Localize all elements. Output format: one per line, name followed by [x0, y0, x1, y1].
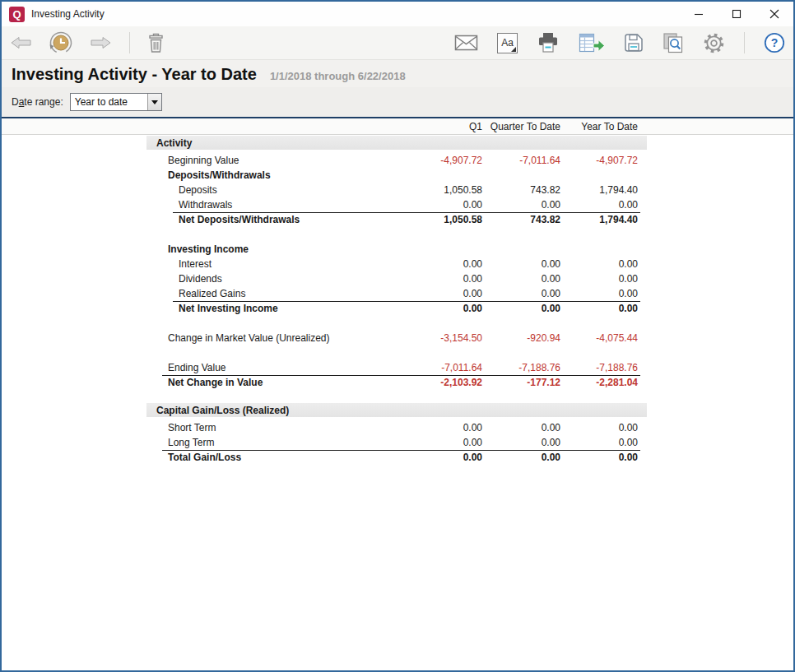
table-row: Change in Market Value (Unrealized)-3,15… [2, 331, 793, 345]
close-icon [769, 9, 779, 19]
cell-value: 0.00 [463, 303, 482, 314]
back-arrow-icon [10, 36, 31, 49]
window-title: Investing Activity [31, 8, 105, 20]
save-floppy-icon [624, 33, 644, 53]
settings-button[interactable] [703, 32, 725, 54]
cell-value: -3,154.50 [440, 332, 482, 344]
cell-value: 0.00 [463, 422, 482, 433]
cell-value: 0.00 [542, 437, 560, 448]
total-rule-line [173, 301, 640, 302]
cell-value: -7,188.76 [518, 362, 560, 373]
cell-value: 1,050.58 [444, 184, 482, 196]
cell-value: 743.82 [530, 214, 560, 225]
section-header-row: Capital Gain/Loss (Realized) [2, 403, 793, 417]
date-range-select[interactable]: Year to date [70, 93, 162, 111]
date-range-label: Date range: [12, 96, 63, 108]
report-period: 1/1/2018 through 6/22/2018 [270, 70, 406, 82]
save-button[interactable] [624, 33, 644, 53]
row-label: Total Gain/Loss [168, 452, 241, 463]
title-bar: Q Investing Activity [2, 2, 793, 26]
cell-value: -2,103.92 [440, 377, 482, 388]
cell-value: 0.00 [619, 273, 638, 285]
table-row: Long Term0.000.000.00 [2, 435, 793, 450]
table-row: Interest0.000.000.00 [2, 257, 793, 271]
row-label: Withdrawals [179, 199, 232, 211]
cell-value: 0.00 [463, 258, 482, 270]
cell-value: 0.00 [463, 288, 482, 299]
cell-value: -4,075.44 [596, 332, 638, 344]
row-label: Beginning Value [168, 155, 239, 166]
table-row: Total Gain/Loss0.000.000.00 [2, 450, 793, 465]
section-header-row: Activity [2, 136, 793, 150]
column-header-year-to-date: Year To Date [581, 121, 638, 132]
print-button[interactable] [537, 32, 560, 53]
toolbar-separator [129, 32, 130, 53]
row-label: Net Investing Income [179, 303, 278, 314]
table-row: Dividends0.000.000.00 [2, 271, 793, 286]
row-label: Capital Gain/Loss (Realized) [156, 405, 289, 416]
column-header-q1: Q1 [469, 121, 482, 132]
table-row: Net Change in Value-2,103.92-177.12-2,28… [2, 375, 793, 390]
date-range-value: Year to date [71, 96, 147, 108]
back-button[interactable] [10, 36, 31, 49]
help-icon: ? [764, 32, 785, 53]
total-rule-line [162, 375, 640, 376]
printer-icon [537, 32, 560, 53]
cell-value: -2,281.04 [596, 377, 638, 388]
export-button[interactable] [579, 33, 605, 53]
table-row: Net Deposits/Withdrawals1,050.58743.821,… [2, 212, 793, 227]
row-label: Net Change in Value [168, 377, 263, 388]
help-button[interactable]: ? [764, 32, 785, 53]
fonts-button[interactable]: Aa [497, 33, 518, 53]
table-row: Net Investing Income0.000.000.00 [2, 301, 793, 316]
report-table-body: ActivityBeginning Value-4,907.72-7,011.6… [2, 135, 793, 465]
email-report-button[interactable] [454, 35, 478, 51]
spacer-row [2, 316, 793, 331]
row-label: Dividends [179, 273, 222, 285]
page-title: Investing Activity - Year to Date [12, 65, 257, 84]
trash-icon [147, 33, 165, 53]
row-label: Ending Value [168, 362, 226, 373]
forward-button[interactable] [91, 36, 112, 49]
preview-magnifier-icon [662, 32, 684, 53]
total-rule-line [162, 450, 640, 451]
cell-value: 0.00 [619, 258, 638, 270]
table-row: Beginning Value-4,907.72-7,011.64-4,907.… [2, 153, 793, 168]
spacer-row [2, 227, 793, 242]
row-label: Change in Market Value (Unrealized) [168, 332, 330, 344]
cell-value: 0.00 [463, 452, 482, 463]
row-label: Realized Gains [179, 288, 245, 299]
row-label: Short Term [168, 422, 216, 433]
table-row: Ending Value-7,011.64-7,188.76-7,188.76 [2, 360, 793, 375]
maximize-button[interactable] [718, 2, 755, 26]
svg-text:?: ? [771, 36, 779, 49]
report-header: Investing Activity - Year to Date 1/1/20… [2, 60, 793, 87]
minimize-button[interactable] [680, 2, 718, 26]
row-label: Interest [179, 258, 212, 270]
delete-report-button[interactable] [147, 33, 165, 53]
row-label: Deposits [179, 184, 217, 196]
cell-value: 1,050.58 [444, 214, 482, 225]
cell-value: -4,907.72 [596, 155, 638, 166]
cell-value: 0.00 [619, 452, 638, 463]
cell-value: -7,011.64 [519, 155, 560, 166]
date-range-dropdown-button[interactable] [147, 94, 161, 110]
cell-value: -4,907.72 [440, 155, 482, 166]
cell-value: 1,794.40 [599, 214, 638, 225]
row-label: Net Deposits/Withdrawals [179, 214, 300, 225]
spacer-row [2, 345, 793, 360]
history-button[interactable] [49, 30, 73, 55]
row-label: Activity [156, 137, 192, 149]
quicken-logo-icon: Q [9, 7, 25, 22]
close-button[interactable] [755, 2, 793, 26]
export-spreadsheet-icon [579, 33, 605, 53]
cell-value: 0.00 [463, 437, 482, 448]
column-header-quarter-to-date: Quarter To Date [490, 121, 560, 132]
maximize-icon [732, 9, 742, 19]
table-row: Withdrawals0.000.000.00 [2, 197, 793, 212]
report-preview-button[interactable] [662, 32, 684, 53]
cell-value: 0.00 [542, 303, 560, 314]
table-row: Realized Gains0.000.000.00 [2, 286, 793, 301]
forward-arrow-icon [91, 36, 112, 49]
cell-value: -7,011.64 [441, 362, 482, 373]
